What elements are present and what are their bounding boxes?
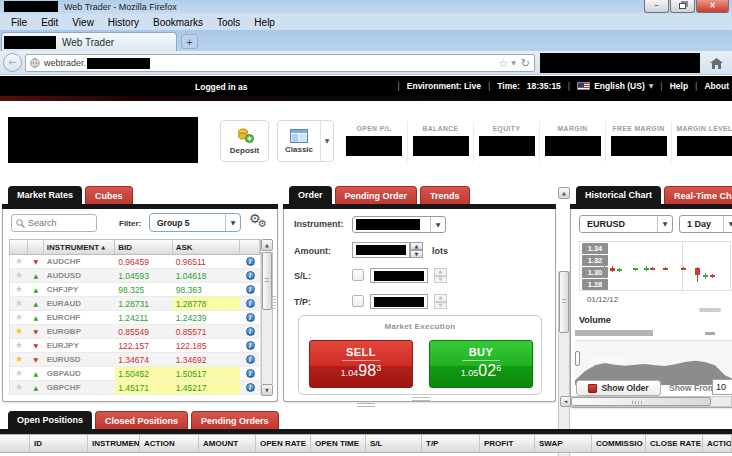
favorite-star-icon[interactable]: ★ [10,353,28,366]
search-input[interactable] [28,218,88,228]
bottom-splitter-grip[interactable] [357,403,375,408]
stepper-up-icon[interactable]: ▲ [434,268,447,276]
amount-input[interactable] [352,242,410,258]
menu-bookmarks[interactable]: Bookmarks [147,17,209,28]
show-older-button[interactable]: Show Older [576,380,661,396]
stepper-up-icon[interactable]: ▲ [410,242,423,250]
sl-checkbox[interactable] [352,269,364,281]
language-selector[interactable]: English (US)▼ [577,81,653,91]
chart-tab-real-time-chart[interactable]: Real-Time Chart [664,186,732,204]
url-dropdown-icon[interactable]: ▼ [511,60,516,66]
favorite-star-icon[interactable]: ★ [10,311,28,324]
stepper-up-icon[interactable]: ▲ [434,294,447,302]
volume-range-bar[interactable] [575,330,653,336]
info-cell[interactable]: i [240,297,260,310]
scrollbar-thumb[interactable] [571,397,711,406]
column-header-ask[interactable]: ASK [173,240,240,254]
info-cell[interactable]: i [240,255,260,268]
rate-row-euraud[interactable]: ★▲EURAUD1.287311.28778i [9,297,261,311]
rate-row-eurusd[interactable]: ★▼EURUSD1.346741.34692i [9,353,261,367]
info-cell[interactable]: i [240,311,260,324]
bookmark-star-icon[interactable]: ☆ [498,58,508,69]
scroll-down-icon[interactable]: ▼ [261,384,273,396]
rate-row-chfjpy[interactable]: ★▲CHFJPY98.32598.363i [9,283,261,297]
column-header-instrument[interactable]: INSTRUMENT▲ [44,240,115,254]
order-tab-pending-order[interactable]: Pending Order [335,186,418,204]
stepper-down-icon[interactable]: ▼ [434,302,447,310]
scroll-left-icon[interactable]: ◄ [560,396,571,407]
chart-splitter-grip[interactable] [699,308,721,312]
market-tab-cubes[interactable]: Cubes [85,186,133,204]
close-button[interactable]: × [696,0,729,13]
menu-file[interactable]: File [5,17,33,28]
rate-row-gbpchf[interactable]: ★▲GBPCHF1.451711.45217i [9,381,261,395]
instrument-dropdown[interactable]: ▼ [352,216,446,233]
info-cell[interactable]: i [240,325,260,338]
favorite-star-icon[interactable]: ★ [10,283,28,296]
order-tab-trends[interactable]: Trends [420,186,470,204]
rate-row-gbpaud[interactable]: ★▲GBPAUD1.504521.50517i [9,367,261,381]
info-cell[interactable]: i [240,353,260,366]
filter-group-dropdown[interactable]: Group 5 ▼ [149,213,241,232]
minimize-button[interactable]: – [644,0,669,13]
rate-row-audchf[interactable]: ★▼AUDCHF0.964590.96511i [9,255,261,269]
sl-input[interactable] [370,268,428,283]
menu-edit[interactable]: Edit [35,17,64,28]
classic-dropdown-arrow[interactable]: ▼ [320,121,333,161]
redacted-search-box[interactable] [540,53,700,73]
info-cell[interactable]: i [240,283,260,296]
amount-stepper[interactable]: ▲ ▼ [410,242,423,258]
about-link[interactable]: About [704,81,729,91]
scrollbar-track[interactable] [261,252,273,384]
sell-button[interactable]: SELL 1.04983 [309,340,413,388]
scrollbar-thumb[interactable] [559,271,569,333]
favorite-star-icon[interactable]: ★ [10,381,28,394]
volume-slider-handle[interactable] [575,351,580,366]
positions-tab-closed-positions[interactable]: Closed Positions [95,411,188,429]
url-bar[interactable]: webtrader. ☆ ▼ ↻ [25,54,535,72]
order-tab-order[interactable]: Order [289,186,332,204]
stepper-down-icon[interactable]: ▼ [410,250,423,258]
price-chart[interactable]: 1.341.321.301.28 [579,241,731,291]
stepper-down-icon[interactable]: ▼ [434,276,447,284]
favorite-star-icon[interactable]: ★ [10,325,28,338]
chart-horizontal-scrollbar[interactable]: ◄ [560,396,732,407]
favorite-star-icon[interactable]: ★ [10,367,28,380]
back-button[interactable]: ← [3,53,22,72]
market-rates-scrollbar[interactable]: ▲ ▼ [261,239,273,395]
info-cell[interactable]: i [240,381,260,394]
market-tab-market-rates[interactable]: Market Rates [8,186,82,204]
menu-help[interactable]: Help [248,17,281,28]
restore-button[interactable] [670,0,695,13]
info-icon[interactable]: i [246,327,255,336]
layout-classic-button[interactable]: Classic ▼ [277,120,334,162]
tp-checkbox[interactable] [352,295,364,307]
info-icon[interactable]: i [246,299,255,308]
rate-row-eurgbp[interactable]: ★▼EURGBP0.855490.85571i [9,325,261,339]
browser-tab[interactable]: Web Trader [1,32,177,51]
rate-row-eurjpy[interactable]: ★▼EURJPY122.157122.185i [9,339,261,353]
chart-period-dropdown[interactable]: 1 Day ▼ [679,215,732,233]
reload-icon[interactable]: ↻ [521,58,530,69]
search-input-wrap[interactable] [11,214,97,232]
menu-history[interactable]: History [102,17,145,28]
classic-main[interactable]: Classic [278,129,320,154]
new-tab-button[interactable]: + [181,34,198,49]
home-button[interactable] [706,54,726,72]
tp-input[interactable] [370,294,428,309]
scroll-up-icon[interactable]: ▲ [261,239,273,251]
menu-tools[interactable]: Tools [211,17,246,28]
help-link[interactable]: Help [670,81,688,91]
scrollbar-track[interactable] [571,396,732,407]
info-icon[interactable]: i [246,369,255,378]
column-header-bid[interactable]: BID [115,240,173,254]
rate-row-audusd[interactable]: ★▲AUDUSD1.045931.04618i [9,269,261,283]
scroll-up-icon[interactable]: ▲ [558,187,570,199]
order-panel-grip[interactable] [412,397,430,402]
favorite-star-icon[interactable]: ★ [10,339,28,352]
info-icon[interactable]: i [246,341,255,350]
info-icon[interactable]: i [246,271,255,280]
info-icon[interactable]: i [246,285,255,294]
deposit-button[interactable]: Deposit [220,120,269,162]
positions-tab-open-positions[interactable]: Open Positions [8,411,92,429]
